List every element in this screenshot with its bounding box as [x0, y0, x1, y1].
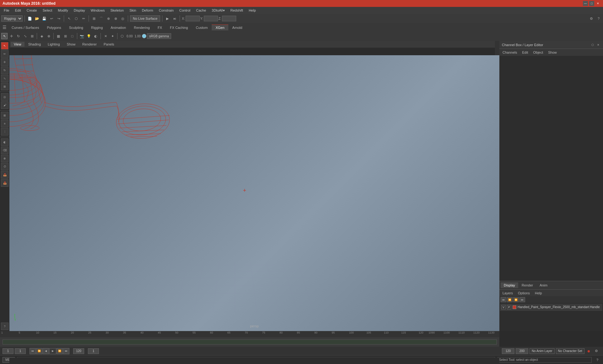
paint-weights-btn[interactable]: 🖌 — [1, 101, 8, 109]
current-frame-right[interactable]: 1 — [88, 348, 99, 354]
layer-prev-prev-btn[interactable]: ⏮ — [501, 297, 506, 302]
settings-btn[interactable]: ⚙ — [588, 15, 595, 22]
layer-tab-render[interactable]: Render — [519, 282, 536, 288]
vp-tab-renderer[interactable]: Renderer — [79, 42, 100, 47]
menu-file[interactable]: File — [1, 8, 12, 13]
deformer-btn[interactable]: ⌫ — [1, 147, 8, 154]
snap-curve-btn[interactable]: ⌒ — [98, 15, 104, 22]
history-btn[interactable]: ⏱ — [1, 163, 8, 170]
select-tool-btn[interactable]: ↖ — [1, 33, 8, 39]
lights-btn[interactable]: 💡 — [86, 33, 92, 39]
rigging-dropdown[interactable]: Rigging — [1, 15, 23, 22]
vp-tab-lighting[interactable]: Lighting — [45, 42, 63, 47]
layer-next-next-btn[interactable]: ⏭ — [519, 297, 525, 302]
tab-polygons[interactable]: Polygons — [43, 24, 65, 30]
auto-key-btn[interactable]: ⏺ — [586, 348, 592, 354]
grid-btn[interactable]: ▦ — [55, 33, 62, 39]
module-menu-btn[interactable]: ☰ — [1, 24, 8, 30]
move-tool-btn[interactable]: ✛ — [8, 33, 14, 39]
tab-arnold[interactable]: Arnold — [229, 24, 246, 30]
quick-help-btn[interactable]: ? — [1, 323, 8, 330]
total-end2[interactable]: 200 — [516, 348, 528, 354]
layer-tab-anim[interactable]: Anim — [536, 282, 551, 288]
menu-redshift[interactable]: Redshift — [228, 8, 246, 13]
redo-btn[interactable]: ↪ — [56, 15, 62, 22]
new-scene-btn[interactable]: 📄 — [27, 15, 33, 22]
menu-3dtoall[interactable]: 3DtoAll▾ — [209, 8, 227, 13]
scale-tool-btn[interactable]: ⤡ — [22, 33, 28, 39]
close-button[interactable]: ✕ — [595, 1, 600, 6]
go-end-btn[interactable]: ⏭ — [63, 348, 69, 354]
menu-create[interactable]: Create — [24, 8, 40, 13]
xray-btn[interactable]: ✕ — [102, 33, 109, 39]
cb-menu-edit[interactable]: Edit — [520, 50, 530, 55]
vp-tab-shading[interactable]: Shading — [25, 42, 44, 47]
move-left-btn[interactable]: ✛ — [1, 58, 8, 66]
gamma-dropdown[interactable]: sRGB gamma — [147, 33, 171, 39]
ipr-btn[interactable]: ⏯ — [171, 15, 178, 22]
total-end[interactable]: 120 — [502, 348, 514, 354]
output-btn[interactable]: 📤 — [1, 179, 8, 187]
z-field[interactable] — [222, 16, 236, 21]
cb-menu-show[interactable]: Show — [546, 50, 559, 55]
layers-menu[interactable]: Layers — [501, 291, 515, 296]
tab-curves-surfaces[interactable]: Curves / Surfaces — [8, 24, 43, 30]
attr-btn[interactable]: ⋮ — [1, 128, 8, 136]
view-panel-btn[interactable]: ⊞ — [1, 112, 8, 119]
cb-menu-channels[interactable]: Channels — [501, 50, 519, 55]
vp-tab-panels[interactable]: Panels — [100, 42, 117, 47]
options-menu[interactable]: Options — [516, 291, 532, 296]
layer-btn[interactable]: ≡ — [1, 120, 8, 127]
scale-left-btn[interactable]: ⤡ — [1, 75, 8, 82]
iso-sel-btn[interactable]: ⬡ — [119, 33, 125, 39]
menu-cache[interactable]: Cache — [193, 8, 209, 13]
snap-point-btn[interactable]: ⊕ — [105, 15, 111, 22]
menu-constrain[interactable]: Constrain — [156, 8, 176, 13]
menu-select[interactable]: Select — [40, 8, 55, 13]
xray-joints-btn[interactable]: ✦ — [109, 33, 116, 39]
render-btn[interactable]: ▶ — [164, 15, 171, 22]
cam-btn[interactable]: 📷 — [79, 33, 85, 39]
shader-left-btn[interactable]: ◐ — [1, 138, 8, 146]
live-surface-btn[interactable]: No Live Surface — [130, 15, 160, 22]
menu-control[interactable]: Control — [177, 8, 193, 13]
layer-visibility-p[interactable]: P — [507, 305, 511, 309]
layer-prev-btn[interactable]: ⏪ — [507, 297, 513, 302]
menu-edit[interactable]: Edit — [13, 8, 24, 13]
help-menu[interactable]: Help — [533, 291, 544, 296]
current-frame-left[interactable]: 1 — [3, 348, 14, 354]
settings-btn2[interactable]: ⚙ — [593, 348, 600, 354]
y-field[interactable] — [204, 16, 218, 21]
help-btn2[interactable]: ? — [595, 15, 602, 22]
snap-grid-btn[interactable]: ⊞ — [91, 15, 97, 22]
range-end[interactable]: 120 — [73, 348, 84, 354]
universal-left-btn[interactable]: ⊞ — [1, 83, 8, 90]
maximize-button[interactable]: □ — [589, 1, 594, 6]
minimize-button[interactable]: — — [583, 1, 588, 6]
show-manip-btn[interactable]: ◈ — [39, 33, 45, 39]
layer-next-btn[interactable]: ⏩ — [513, 297, 519, 302]
tab-fx[interactable]: FX — [154, 24, 166, 30]
menu-skin[interactable]: Skin — [127, 8, 139, 13]
layer-visibility-v[interactable]: V — [501, 305, 506, 309]
range-start[interactable]: 1 — [15, 348, 26, 354]
tab-custom[interactable]: Custom — [192, 24, 212, 30]
soft-sel-btn[interactable]: ◎ — [1, 93, 8, 101]
vp-tab-show[interactable]: Show — [64, 42, 79, 47]
select-mode-btn[interactable]: ↖ — [1, 42, 8, 50]
layer-tab-display[interactable]: Display — [501, 282, 518, 288]
viewport-3d[interactable]: + | Y persp — [9, 55, 499, 331]
anim-layer-dropdown[interactable]: No Anim Layer — [530, 348, 555, 354]
playback-range[interactable] — [3, 340, 497, 345]
cb-menu-object[interactable]: Object — [531, 50, 545, 55]
shadow-btn[interactable]: ◐ — [93, 33, 99, 39]
menu-help[interactable]: Help — [246, 8, 258, 13]
step-back-btn[interactable]: ⏪ — [36, 348, 42, 354]
tab-sculpting[interactable]: Sculpting — [65, 24, 87, 30]
cb-close-btn[interactable]: ✕ — [596, 43, 600, 47]
menu-deform[interactable]: Deform — [139, 8, 156, 13]
vp-tab-view[interactable]: View — [11, 42, 24, 47]
tab-animation[interactable]: Animation — [107, 24, 130, 30]
tab-xgen[interactable]: XGen — [212, 24, 228, 30]
tab-rigging[interactable]: Rigging — [87, 24, 106, 30]
